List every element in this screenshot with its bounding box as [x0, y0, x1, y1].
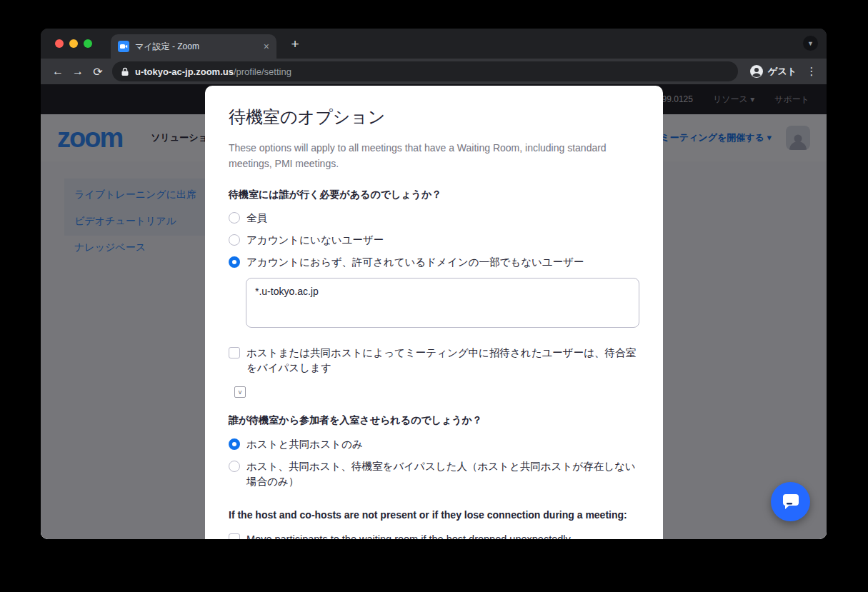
radio-button[interactable] [229, 212, 240, 224]
profile-guest-button[interactable]: ゲスト [749, 64, 797, 79]
q2-radio-group: ホストと共同ホストのみホスト、共同ホスト、待機室をバイパスした人（ホストと共同ホ… [229, 433, 639, 493]
option-label: Move participants to the waiting room if… [246, 532, 571, 539]
tab-title: マイ設定 - Zoom [135, 41, 264, 53]
option-label: ホスト、共同ホスト、待機室をバイパスした人（ホストと共同ホストが存在しない場合の… [246, 459, 638, 489]
address-bar[interactable]: u-tokyo-ac-jp.zoom.us/profile/setting [112, 61, 738, 81]
radio-option-row[interactable]: アカウントにおらず、許可されているドメインの一部でもないユーザー [229, 251, 639, 274]
radio-button[interactable] [229, 438, 240, 450]
question-who-admits: 誰が待機室から参加者を入室させられるのでしょうか？ [229, 413, 639, 428]
radio-option-row[interactable]: アカウントにいないユーザー [229, 229, 639, 251]
move-participants-checkbox-group: Move participants to the waiting room if… [229, 528, 639, 539]
forward-icon[interactable]: → [68, 61, 88, 81]
modal-description: These options will apply to all meetings… [229, 140, 618, 172]
q1-radio-group: 全員アカウントにいないユーザーアカウントにおらず、許可されているドメインの一部で… [229, 207, 639, 274]
chat-widget-button[interactable] [771, 482, 810, 521]
minimize-window-button[interactable] [69, 39, 78, 48]
question-host-absent: If the host and co-hosts are not present… [229, 508, 639, 523]
url-text: u-tokyo-ac-jp.zoom.us/profile/setting [135, 66, 291, 77]
option-label: ホストと共同ホストのみ [246, 437, 363, 452]
back-icon[interactable]: ← [48, 61, 68, 81]
browser-window: マイ設定 - Zoom × + ▼ ← → ⟳ u-tokyo-ac-jp.zo… [41, 29, 827, 539]
checkbox-option-row[interactable]: ホストまたは共同ホストによってミーティング中に招待されたユーザーは、待合室をバイ… [229, 342, 639, 379]
option-label: ホストまたは共同ホストによってミーティング中に招待されたユーザーは、待合室をバイ… [246, 346, 638, 376]
page-content: 88.799.0125 リソース ▾ サポート zoom ソリューション ミーテ… [41, 84, 827, 539]
checkbox[interactable] [229, 533, 240, 539]
browser-toolbar: ← → ⟳ u-tokyo-ac-jp.zoom.us/profile/sett… [41, 59, 827, 84]
radio-option-row[interactable]: 全員 [229, 207, 639, 229]
url-path: /profile/setting [234, 66, 291, 77]
bypass-checkbox-group: ホストまたは共同ホストによってミーティング中に招待されたユーザーは、待合室をバイ… [229, 342, 639, 379]
url-host: u-tokyo-ac-jp.zoom.us [135, 66, 234, 77]
option-label: 全員 [246, 211, 267, 226]
reload-icon[interactable]: ⟳ [88, 61, 108, 81]
allowed-domains-input[interactable]: *.u-tokyo.ac.jp [246, 278, 639, 328]
modal-title: 待機室のオプション [229, 106, 639, 129]
tab-close-icon[interactable]: × [264, 41, 269, 51]
browser-menu-icon[interactable]: ⋮ [804, 65, 819, 78]
browser-tab[interactable]: マイ設定 - Zoom × [111, 34, 276, 59]
zoom-favicon-icon [118, 41, 129, 52]
checkbox-option-row[interactable]: Move participants to the waiting room if… [229, 528, 639, 539]
radio-option-row[interactable]: ホストと共同ホストのみ [229, 433, 639, 456]
tab-strip: マイ設定 - Zoom × + ▼ [41, 29, 827, 59]
waiting-room-options-modal: 待機室のオプション These options will apply to al… [205, 86, 663, 539]
maximize-window-button[interactable] [84, 39, 92, 48]
close-window-button[interactable] [55, 39, 64, 48]
new-tab-button[interactable]: + [286, 36, 304, 53]
radio-button[interactable] [229, 256, 240, 268]
lock-icon [121, 67, 129, 76]
question-who-goes-to-waiting-room: 待機室には誰が行く必要があるのでしょうか？ [229, 188, 639, 202]
radio-button[interactable] [229, 234, 240, 246]
option-label: アカウントにいないユーザー [246, 233, 384, 248]
chat-bubble-icon [782, 493, 800, 511]
small-check-icon: v [234, 386, 246, 398]
option-label: アカウントにおらず、許可されているドメインの一部でもないユーザー [246, 255, 584, 270]
checkbox[interactable] [229, 347, 240, 358]
user-avatar-icon [749, 64, 764, 79]
window-controls [55, 39, 92, 48]
tab-search-chevron-icon[interactable]: ▼ [803, 36, 818, 51]
guest-label: ゲスト [768, 65, 797, 78]
radio-button[interactable] [229, 461, 240, 472]
radio-option-row[interactable]: ホスト、共同ホスト、待機室をバイパスした人（ホストと共同ホストが存在しない場合の… [229, 456, 639, 493]
